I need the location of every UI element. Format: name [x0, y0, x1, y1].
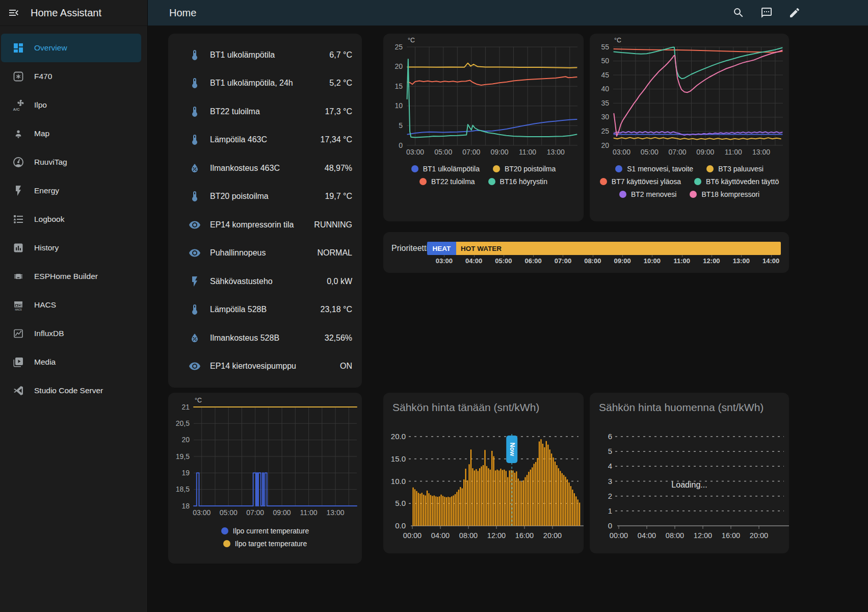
legend-label: BT22 tuloilma — [431, 177, 475, 186]
entity-row-bt20-poistoilma[interactable]: BT20 poistoilma19,7 °C — [168, 183, 362, 211]
now-marker: Now — [506, 436, 517, 463]
svg-text:45: 45 — [601, 71, 609, 79]
svg-text:16:00: 16:00 — [515, 531, 534, 540]
svg-text:4: 4 — [608, 462, 612, 470]
heat-pump-icon — [12, 70, 24, 83]
sidebar-item-hacs[interactable]: HACSHACS — [1, 291, 141, 319]
price-tomorrow-card: Sähkön hinta huomenna (snt/kWh) 01234560… — [590, 393, 789, 553]
legend-item-bt22-tuloilma[interactable]: BT22 tuloilma — [419, 177, 475, 186]
svg-text:13:00: 13:00 — [327, 508, 345, 517]
svg-text:5: 5 — [399, 121, 403, 130]
entity-row-ilmankosteus-463c[interactable]: Ilmankosteus 463C48,97% — [168, 154, 362, 183]
thermometer-icon — [189, 303, 201, 316]
timeline-tick-label: 12:00 — [703, 257, 720, 265]
legend-item-bt7-k-ytt-vesi-yl-osa[interactable]: BT7 käyttövesi yläosa — [600, 177, 681, 186]
svg-text:07:00: 07:00 — [669, 148, 687, 156]
svg-text:07:00: 07:00 — [246, 508, 264, 517]
legend-label: BT7 käyttövesi yläosa — [612, 177, 681, 186]
entity-value: 32,56% — [325, 334, 352, 343]
svg-text:35: 35 — [601, 99, 609, 107]
influxdb-icon — [12, 327, 24, 340]
sidebar-item-media[interactable]: Media — [1, 348, 141, 376]
temp2-graph[interactable]: 2025303540455055°C03:0005:0007:0009:0011… — [590, 34, 789, 162]
gauge-icon — [12, 156, 24, 168]
sidebar-item-label: HACS — [34, 300, 56, 310]
entity-row-l-mp-tila-463c[interactable]: Lämpötila 463C17,34 °C — [168, 126, 362, 155]
entity-row-ep14-kompressorin-tila[interactable]: EP14 kompressorin tilaRUNNING — [168, 211, 362, 239]
svg-text:19: 19 — [181, 469, 190, 477]
timeline-segment-hot-water[interactable]: HOT WATER — [456, 242, 781, 255]
sidebar-item-influxdb[interactable]: InfluxDB — [1, 319, 141, 348]
legend-item-ilpo-current-temperature[interactable]: Ilpo current temperature — [221, 527, 309, 535]
assist-icon[interactable] — [760, 7, 773, 19]
humidity-icon — [189, 332, 201, 344]
sidebar-item-label: History — [34, 243, 59, 252]
entity-row-ep14-kiertovesipumppu[interactable]: EP14 kiertovesipumppuON — [168, 352, 362, 381]
sidebar-item-ilpo[interactable]: A/CIlpo — [1, 91, 141, 119]
legend-dot — [411, 165, 418, 172]
entity-row-bt1-ulkol-mp-tila[interactable]: BT1 ulkolämpötila6,7 °C — [168, 41, 362, 69]
sidebar-item-f470[interactable]: F470 — [1, 62, 141, 91]
timeline-tick-label: 05:00 — [495, 257, 512, 265]
entity-row-ilmankosteus-528b[interactable]: Ilmankosteus 528B32,56% — [168, 324, 362, 352]
timeline-tick-label: 07:00 — [555, 257, 571, 265]
entity-row-l-mp-tila-528b[interactable]: Lämpötila 528B23,18 °C — [168, 296, 362, 324]
price-today-graph[interactable]: 0.05.010.015.020.000:0004:0008:0012:0016… — [383, 414, 584, 553]
sidebar-item-label: Media — [34, 358, 56, 367]
sidebar-item-history[interactable]: History — [1, 234, 141, 262]
legend-item-bt18-kompressori[interactable]: BT18 kompressori — [690, 190, 759, 198]
entity-row-bt1-ulkol-mp-tila-24h[interactable]: BT1 ulkolämpötila, 24h5,2 °C — [168, 69, 362, 98]
svg-text:04:00: 04:00 — [431, 531, 450, 540]
svg-text:°C: °C — [614, 37, 621, 44]
sidebar-item-overview[interactable]: Overview — [1, 34, 141, 62]
svg-text:03:00: 03:00 — [613, 148, 630, 156]
legend-item-bt16-h-yrystin[interactable]: BT16 höyrystin — [488, 177, 547, 186]
legend-dot — [706, 165, 714, 172]
legend-item-bt6-k-ytt-veden-t-ytt[interactable]: BT6 käyttöveden täyttö — [694, 177, 779, 186]
svg-text:16:00: 16:00 — [722, 531, 740, 540]
menu-open-icon[interactable] — [2, 1, 25, 24]
svg-text:18,5: 18,5 — [176, 485, 190, 493]
price-tomorrow-title: Sähkön hinta huomenna (snt/kWh) — [590, 393, 789, 414]
entity-name: Ilmankosteus 463C — [210, 164, 325, 173]
entity-row-puhallinnopeus[interactable]: PuhallinnopeusNORMAL — [168, 239, 362, 268]
entity-value: NORMAL — [318, 248, 352, 258]
sidebar-item-energy[interactable]: Energy — [1, 176, 141, 205]
legend-item-bt2-menovesi[interactable]: BT2 menovesi — [619, 190, 676, 198]
entity-value: 23,18 °C — [321, 305, 352, 314]
legend-item-bt3-paluuvesi[interactable]: BT3 paluuvesi — [706, 165, 764, 173]
ilpo-graph[interactable]: 2120,52019,51918,518°C03:0005:0007:0009:… — [168, 393, 362, 524]
sidebar-item-ruuvitag[interactable]: RuuviTag — [1, 148, 141, 176]
sidebar-item-logbook[interactable]: Logbook — [1, 205, 141, 234]
edit-icon[interactable] — [788, 7, 801, 19]
sidebar-item-map[interactable]: Map — [1, 119, 141, 148]
svg-text:HACS: HACS — [15, 309, 21, 311]
entity-name: EP14 kiertovesipumppu — [210, 362, 340, 371]
flash-icon — [189, 275, 201, 288]
sidebar-item-studio-code-server[interactable]: Studio Code Server — [1, 376, 141, 405]
svg-text:°C: °C — [195, 397, 202, 404]
legend-dot — [600, 178, 607, 185]
eye-icon — [189, 360, 201, 372]
legend-item-s1-menovesi-tavoite[interactable]: S1 menovesi, tavoite — [615, 165, 693, 173]
svg-text:00:00: 00:00 — [403, 531, 422, 540]
home-assistant-app: Home Assistant OverviewF470A/CIlpoMapRuu… — [0, 0, 868, 612]
legend-item-bt20-poistoilma[interactable]: BT20 poistoilma — [493, 165, 556, 173]
entity-row-bt22-tuloilma[interactable]: BT22 tuloilma17,3 °C — [168, 97, 362, 126]
legend-dot — [619, 191, 626, 198]
entity-row-s-hk-vastusteho[interactable]: Sähkövastusteho0,0 kW — [168, 267, 362, 296]
price-tomorrow-graph[interactable]: 012345600:0004:0008:0012:0016:0020:00Loa… — [590, 414, 789, 553]
timeline-segment-heat[interactable]: HEAT — [427, 242, 456, 255]
legend-item-ilpo-target-temperature[interactable]: Ilpo target temperature — [223, 540, 307, 548]
timeline-tick-label: 13:00 — [733, 257, 750, 265]
entity-value: 5,2 °C — [329, 79, 352, 88]
timeline-tick-label: 08:00 — [584, 257, 601, 265]
svg-text:05:00: 05:00 — [641, 148, 659, 156]
sidebar-item-esphome-builder[interactable]: ESPHome Builder — [1, 262, 141, 291]
temp1-graph[interactable]: 0510152025°C03:0005:0007:0009:0011:0013:… — [383, 34, 584, 162]
esphome-icon — [12, 270, 24, 283]
search-icon[interactable] — [732, 7, 745, 19]
legend-item-bt1-ulkol-mp-tila[interactable]: BT1 ulkolämpötila — [411, 165, 480, 173]
dashboard-icon — [12, 42, 24, 54]
svg-text:11:00: 11:00 — [300, 508, 318, 517]
